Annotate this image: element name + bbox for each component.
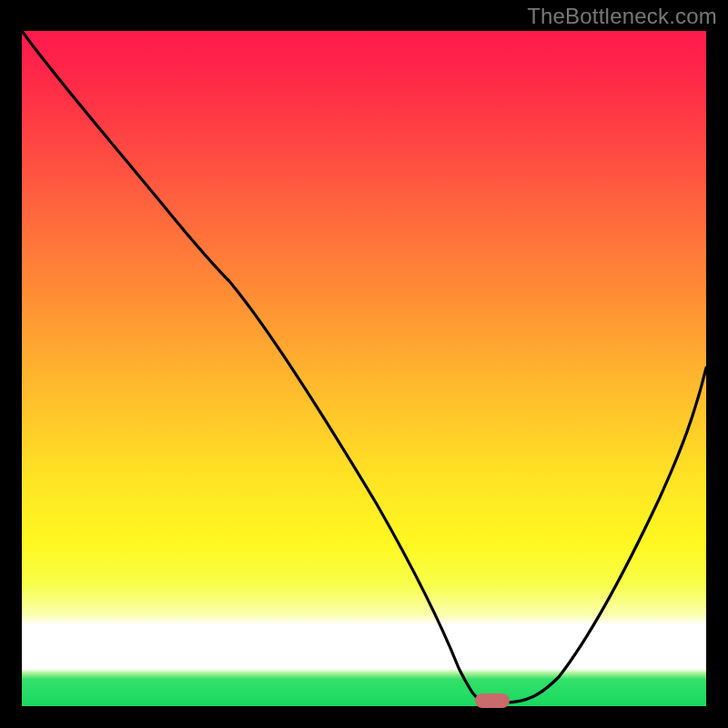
- optimal-point-marker: [475, 693, 510, 708]
- chart-frame: TheBottleneck.com: [0, 0, 728, 728]
- watermark-text: TheBottleneck.com: [527, 4, 717, 29]
- plot-area: [22, 31, 706, 706]
- bottleneck-curve: [22, 31, 706, 706]
